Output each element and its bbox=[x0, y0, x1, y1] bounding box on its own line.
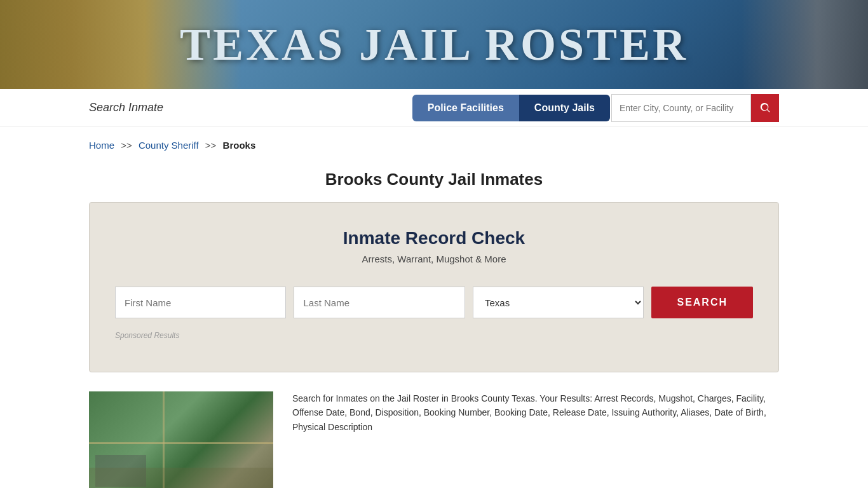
breadcrumb-sep1: >> bbox=[121, 140, 132, 151]
nav-search-input[interactable] bbox=[611, 94, 751, 122]
bottom-section: Search for Inmates on the Jail Roster in… bbox=[89, 391, 779, 488]
aerial-road-h bbox=[89, 442, 273, 444]
main-content: Inmate Record Check Arrests, Warrant, Mu… bbox=[0, 202, 868, 488]
record-check-box: Inmate Record Check Arrests, Warrant, Mu… bbox=[89, 202, 779, 372]
sponsored-text: Sponsored Results bbox=[115, 331, 753, 340]
record-check-title: Inmate Record Check bbox=[115, 228, 753, 248]
breadcrumb-home[interactable]: Home bbox=[89, 140, 114, 151]
nav-search-container bbox=[611, 94, 779, 122]
search-icon bbox=[759, 102, 771, 114]
record-check-form: Texas Alabama Alaska Arizona Arkansas Ca… bbox=[115, 287, 753, 318]
record-check-subtitle: Arrests, Warrant, Mugshot & More bbox=[115, 254, 753, 264]
page-title: Brooks County Jail Inmates bbox=[0, 170, 868, 189]
breadcrumb-county-sheriff[interactable]: County Sheriff bbox=[139, 140, 199, 151]
last-name-input[interactable] bbox=[294, 287, 465, 318]
breadcrumb: Home >> County Sheriff >> Brooks bbox=[0, 127, 868, 163]
record-check-search-button[interactable]: SEARCH bbox=[651, 287, 753, 318]
nav-right: Police Facilities County Jails bbox=[412, 94, 779, 122]
breadcrumb-sep2: >> bbox=[205, 140, 217, 151]
first-name-input[interactable] bbox=[115, 287, 286, 318]
county-jails-button[interactable]: County Jails bbox=[519, 95, 610, 121]
page-title-section: Brooks County Jail Inmates bbox=[0, 163, 868, 202]
search-inmate-label: Search Inmate bbox=[89, 101, 163, 114]
nav-search-button[interactable] bbox=[751, 94, 779, 122]
keys-background bbox=[741, 0, 868, 89]
site-title-text: Texas Jail Roster bbox=[180, 19, 688, 70]
facility-image bbox=[89, 391, 273, 488]
breadcrumb-current: Brooks bbox=[223, 140, 256, 151]
police-facilities-button[interactable]: Police Facilities bbox=[412, 95, 519, 121]
nav-bar: Search Inmate Police Facilities County J… bbox=[0, 89, 868, 127]
image-overlay bbox=[89, 468, 273, 488]
header-banner: Texas Jail Roster bbox=[0, 0, 868, 89]
site-title: Texas Jail Roster bbox=[180, 18, 688, 71]
bottom-description: Search for Inmates on the Jail Roster in… bbox=[292, 391, 779, 434]
state-select[interactable]: Texas Alabama Alaska Arizona Arkansas Ca… bbox=[473, 287, 644, 318]
